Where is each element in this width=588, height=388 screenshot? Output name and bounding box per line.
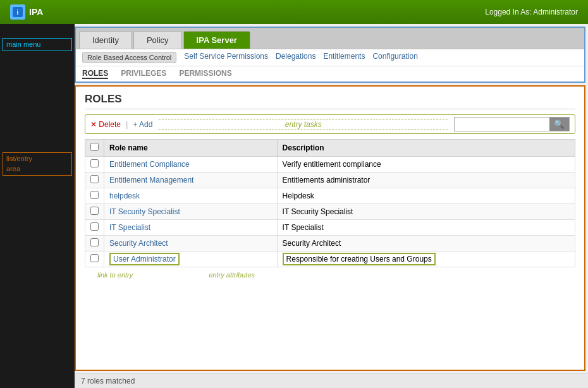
sub-nav-configuration[interactable]: Configuration bbox=[372, 52, 417, 63]
footer-status: 7 roles matched bbox=[75, 373, 588, 388]
role-name-link[interactable]: helpdesk bbox=[109, 191, 140, 200]
role-desc-cell: Helpdesk bbox=[277, 188, 575, 204]
entry-attributes-label: entry attributes bbox=[209, 271, 255, 279]
add-plus-icon: + bbox=[133, 120, 139, 129]
role-name-cell: IT Specialist bbox=[104, 220, 278, 236]
role-desc-cell: Verify entitlement compliance bbox=[277, 157, 575, 173]
main-tabs: Identity Policy IPA Server bbox=[76, 28, 584, 49]
sub-tabs: ROLES PRIVILEGES PERMISSIONS bbox=[76, 66, 584, 82]
role-name-cell: Security Architect bbox=[104, 236, 278, 252]
col-role-name: Role name bbox=[104, 140, 278, 157]
logged-in-user: Logged In As: Administrator bbox=[485, 8, 578, 16]
sub-nav-self-service[interactable]: Self Service Permissions bbox=[184, 52, 268, 63]
role-name-link[interactable]: IT Specialist bbox=[109, 223, 150, 232]
sub-nav-rbac[interactable]: Role Based Access Control bbox=[82, 52, 176, 63]
row-checkbox[interactable] bbox=[90, 159, 99, 167]
row-checkbox-cell bbox=[85, 236, 104, 252]
table-row: IT Security SpecialistIT Security Specia… bbox=[85, 204, 575, 220]
sub-nav-entitlements[interactable]: Entitlements bbox=[323, 52, 365, 63]
table-row: Security ArchitectSecurity Architect bbox=[85, 236, 575, 252]
logo-icon: i bbox=[10, 4, 25, 20]
row-checkbox-cell bbox=[85, 204, 104, 220]
add-button[interactable]: + Add bbox=[133, 120, 152, 129]
role-name-link[interactable]: Security Architect bbox=[109, 239, 168, 248]
row-checkbox[interactable] bbox=[90, 191, 99, 199]
tab-identity[interactable]: Identity bbox=[79, 31, 132, 49]
row-checkbox-cell bbox=[85, 252, 104, 267]
select-all-checkbox[interactable] bbox=[90, 143, 99, 151]
search-button[interactable]: 🔍 bbox=[549, 118, 569, 131]
row-checkbox[interactable] bbox=[90, 254, 99, 262]
list-entry-label: list/entryarea bbox=[3, 152, 72, 176]
table-row: IT SpecialistIT Specialist bbox=[85, 220, 575, 236]
role-desc-cell: IT Specialist bbox=[277, 220, 575, 236]
toolbar: ✕ Delete | + Add entry tasks 🔍 bbox=[85, 114, 575, 134]
role-desc-highlighted: Responsible for creating Users and Group… bbox=[283, 253, 436, 265]
role-name-link[interactable]: User Administrator bbox=[109, 253, 180, 265]
row-checkbox[interactable] bbox=[90, 175, 99, 183]
list-entry-area: ROLES ✕ Delete | + Add entry tasks bbox=[75, 85, 585, 371]
delete-button[interactable]: ✕ Delete bbox=[90, 120, 121, 129]
row-checkbox[interactable] bbox=[90, 207, 99, 215]
delete-x-icon: ✕ bbox=[90, 120, 99, 129]
role-name-cell: Entitlement Management bbox=[104, 173, 278, 188]
role-name-cell: Entitlement Compliance bbox=[104, 157, 278, 173]
roles-table: Role name Description Entitlement Compli… bbox=[85, 139, 575, 267]
roles-title: ROLES bbox=[85, 93, 575, 109]
role-name-link[interactable]: IT Security Specialist bbox=[109, 207, 180, 216]
table-row: User AdministratorResponsible for creati… bbox=[85, 252, 575, 267]
row-checkbox[interactable] bbox=[90, 222, 99, 231]
tab-ipa-server[interactable]: IPA Server bbox=[183, 31, 250, 49]
tab-roles[interactable]: ROLES bbox=[82, 69, 108, 79]
link-to-entry-label: link to entry bbox=[97, 271, 133, 279]
table-annotations: link to entry entry attributes bbox=[85, 271, 575, 279]
table-row: Entitlement ComplianceVerify entitlement… bbox=[85, 157, 575, 173]
row-checkbox-cell bbox=[85, 220, 104, 236]
toolbar-separator: | bbox=[126, 119, 128, 129]
table-row: helpdeskHelpdesk bbox=[85, 188, 575, 204]
svg-text:i: i bbox=[17, 9, 19, 16]
search-area: 🔍 bbox=[454, 117, 570, 131]
app-container: i IPA Logged In As: Administrator main m… bbox=[0, 0, 588, 388]
top-bar: i IPA Logged In As: Administrator bbox=[0, 0, 588, 24]
tab-privileges[interactable]: PRIVILEGES bbox=[121, 69, 166, 79]
role-desc-cell: Responsible for creating Users and Group… bbox=[277, 252, 575, 267]
role-desc-cell: IT Security Specialist bbox=[277, 204, 575, 220]
role-name-cell: User Administrator bbox=[104, 252, 278, 267]
roles-panel: ROLES ✕ Delete | + Add entry tasks bbox=[76, 87, 584, 285]
row-checkbox-cell bbox=[85, 173, 104, 188]
entry-tasks-label: entry tasks bbox=[159, 119, 448, 130]
app-title: IPA bbox=[29, 7, 43, 17]
sub-nav: Role Based Access Control Self Service P… bbox=[76, 49, 584, 66]
search-input[interactable] bbox=[455, 119, 549, 130]
sub-nav-delegations[interactable]: Delegations bbox=[276, 52, 315, 63]
tab-policy[interactable]: Policy bbox=[133, 31, 182, 49]
logo-area: i IPA bbox=[10, 4, 43, 20]
row-checkbox-cell bbox=[85, 188, 104, 204]
header-wrapper: Identity Policy IPA Server Role Based Ac… bbox=[75, 27, 585, 83]
role-desc-cell: Entitlements administrator bbox=[277, 173, 575, 188]
row-checkbox[interactable] bbox=[90, 238, 99, 246]
col-description: Description bbox=[277, 140, 575, 157]
row-checkbox-cell bbox=[85, 157, 104, 173]
role-name-cell: helpdesk bbox=[104, 188, 278, 204]
col-checkbox bbox=[85, 140, 104, 157]
role-name-cell: IT Security Specialist bbox=[104, 204, 278, 220]
table-row: Entitlement ManagementEntitlements admin… bbox=[85, 173, 575, 188]
tab-permissions[interactable]: PERMISSIONS bbox=[179, 69, 231, 79]
role-name-link[interactable]: Entitlement Compliance bbox=[109, 160, 190, 169]
main-menu-label: main menu bbox=[3, 38, 72, 51]
role-desc-cell: Security Architect bbox=[277, 236, 575, 252]
role-name-link[interactable]: Entitlement Management bbox=[109, 176, 193, 185]
